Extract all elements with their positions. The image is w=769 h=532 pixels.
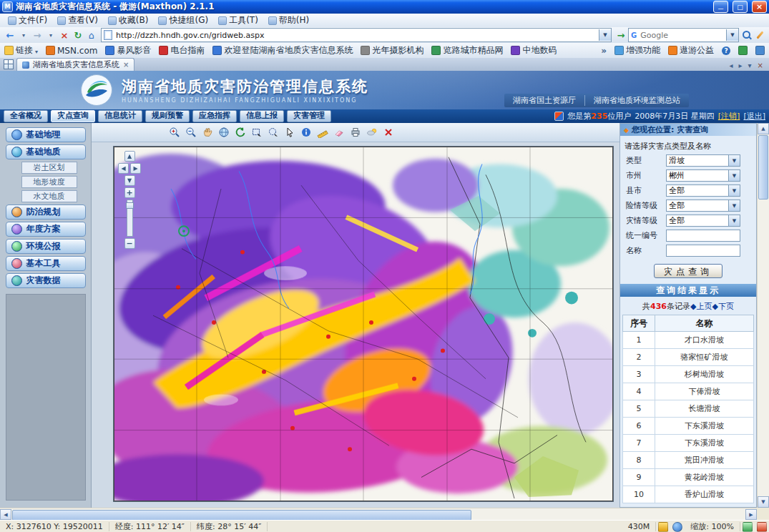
full-extent-tool[interactable] — [217, 125, 231, 139]
security-shield-icon[interactable] — [658, 522, 668, 532]
search-input[interactable] — [639, 30, 726, 41]
back-dropdown-icon[interactable] — [17, 29, 30, 41]
sidebar-item-prevention-plan[interactable]: 防治规划 — [6, 205, 86, 220]
tab-management[interactable]: 灾害管理 — [287, 110, 331, 122]
danger-level-dropdown-icon[interactable] — [728, 200, 740, 211]
link-geo-monitoring[interactable]: 湖南省地质环境监测总站 — [584, 95, 680, 106]
address-dropdown-icon[interactable] — [599, 29, 611, 41]
danger-level-select[interactable]: 全部 — [666, 200, 740, 212]
menu-file[interactable]: 文件(F) — [3, 14, 52, 27]
sidebar-item-base-geography[interactable]: 基础地理 — [6, 127, 86, 142]
scroll-up-icon[interactable] — [758, 123, 769, 134]
print-tool[interactable] — [348, 125, 363, 139]
tab-active[interactable]: 湖南省地质灾害信息系统 — [16, 58, 134, 71]
eraser-tool[interactable] — [332, 125, 346, 139]
highlighter-icon[interactable] — [756, 31, 763, 39]
row-name[interactable]: 黄花岭滑坡 — [655, 469, 754, 486]
status-green-icon[interactable] — [738, 46, 748, 55]
zoom-in-tool[interactable] — [167, 125, 182, 139]
row-name[interactable]: 荒田冲滑坡 — [655, 452, 754, 469]
sidebar-sub-terrain-slope[interactable]: 地形坡度 — [21, 176, 77, 188]
disaster-level-dropdown-icon[interactable] — [728, 215, 740, 226]
proxy-user-icon[interactable] — [672, 522, 682, 532]
row-name[interactable]: 长塘滑坡 — [655, 400, 754, 418]
tab-close-all-icon[interactable] — [755, 61, 765, 69]
table-row[interactable]: 10香炉山滑坡 — [623, 486, 754, 503]
tab-warning[interactable]: 规则预警 — [145, 110, 190, 122]
table-row[interactable]: 3杉树坳滑坡 — [623, 366, 754, 383]
link-msn[interactable]: MSN.com — [46, 46, 97, 56]
menu-favorites[interactable]: 收藏(B) — [103, 14, 154, 27]
scroll-right-icon[interactable] — [745, 509, 757, 520]
link-charity[interactable]: 遨游公益 — [668, 44, 714, 56]
table-row[interactable]: 9黄花岭滑坡 — [623, 469, 754, 486]
link-plugins[interactable]: 增强功能 — [614, 44, 660, 56]
measure-tool[interactable] — [315, 125, 330, 139]
row-name[interactable]: 下俸滑坡 — [655, 383, 754, 400]
search-box[interactable] — [628, 28, 739, 42]
row-name[interactable]: 香炉山滑坡 — [655, 486, 754, 503]
refresh-icon[interactable] — [72, 29, 84, 41]
map-canvas[interactable] — [113, 146, 614, 502]
sidebar-item-annual-plan[interactable]: 年度方案 — [6, 222, 86, 237]
menu-view[interactable]: 查看(V) — [52, 14, 103, 27]
row-name[interactable]: 杉树坳滑坡 — [655, 366, 754, 383]
link-zhongdi[interactable]: 中地数码 — [511, 44, 557, 56]
tab-scroll-left-icon[interactable] — [728, 61, 735, 69]
link-radio[interactable]: 电台指南 — [159, 44, 205, 56]
links-folder[interactable]: 链接 — [4, 44, 38, 56]
row-name[interactable]: 骆家恒矿滑坡 — [655, 349, 754, 366]
table-row[interactable]: 1才口水滑坡 — [623, 332, 754, 349]
table-row[interactable]: 8荒田冲滑坡 — [623, 452, 754, 469]
table-row[interactable]: 5长塘滑坡 — [623, 400, 754, 418]
zoom-slider[interactable] — [127, 200, 133, 237]
link-hunan-system[interactable]: 欢迎登陆湖南省地质灾害信息系统 — [212, 44, 353, 56]
back-icon[interactable] — [4, 29, 16, 41]
zoom-slider-thumb[interactable] — [126, 202, 134, 209]
search-engine-dropdown-icon[interactable] — [726, 29, 738, 41]
prev-page-link[interactable]: ◆上页 — [690, 302, 712, 311]
city-select[interactable]: 郴州 — [666, 169, 740, 182]
table-row[interactable]: 6下东溪滑坡 — [623, 418, 754, 435]
row-name[interactable]: 下东溪滑坡 — [655, 418, 754, 435]
vertical-scroll-thumb[interactable] — [758, 135, 768, 200]
sound-icon[interactable] — [743, 522, 753, 532]
county-select[interactable]: 全部 — [666, 184, 740, 197]
sidebar-item-env-bulletin[interactable]: 环境公报 — [6, 239, 86, 254]
next-page-link[interactable]: ◆下页 — [712, 302, 733, 311]
scroll-left-icon[interactable] — [0, 509, 11, 520]
link-photo[interactable]: 光年摄影机构 — [361, 44, 423, 56]
network-icon[interactable] — [757, 522, 767, 532]
forward-dropdown-icon[interactable] — [44, 29, 57, 41]
maximize-button[interactable] — [733, 1, 748, 13]
query-button[interactable]: 灾点查询 — [654, 264, 723, 278]
menu-help[interactable]: 帮助(H) — [263, 14, 314, 27]
select-circle-tool[interactable] — [266, 125, 280, 139]
tab-report[interactable]: 信息上报 — [240, 110, 284, 122]
clear-tool[interactable] — [381, 125, 396, 139]
scroll-down-icon[interactable] — [758, 496, 769, 508]
pan-tool[interactable] — [200, 125, 215, 139]
sidebar-sub-rock-zoning[interactable]: 岩土区划 — [21, 162, 77, 174]
tab-statistics[interactable]: 信息统计 — [98, 110, 142, 122]
tab-list-icon[interactable] — [4, 59, 14, 69]
pan-down-icon[interactable] — [124, 175, 135, 186]
link-city[interactable]: 览路城市精品网 — [431, 44, 503, 56]
window-titlebar[interactable]: 湖南省地质灾害信息系统 - 傲游(Maxthon) 2.1.1 — [0, 0, 769, 14]
sidebar-item-basic-tools[interactable]: 基本工具 — [6, 256, 86, 271]
exit-link[interactable]: [退出] — [743, 111, 765, 122]
status-blue-icon[interactable] — [755, 46, 765, 55]
address-input[interactable] — [114, 30, 599, 41]
forward-icon[interactable] — [31, 29, 44, 41]
tab-close-icon[interactable] — [123, 61, 129, 69]
zoom-slider-plus-icon[interactable] — [124, 187, 135, 198]
home-icon[interactable] — [85, 29, 98, 41]
previous-view-tool[interactable] — [233, 125, 248, 139]
links-overflow-icon[interactable] — [601, 46, 607, 56]
type-dropdown-icon[interactable] — [728, 155, 740, 166]
pan-left-icon[interactable] — [118, 163, 129, 174]
link-baofeng[interactable]: 暴风影音 — [105, 44, 151, 56]
pointer-tool[interactable] — [283, 125, 297, 139]
weather-tool[interactable] — [365, 125, 379, 139]
table-row[interactable]: 2骆家恒矿滑坡 — [623, 349, 754, 366]
